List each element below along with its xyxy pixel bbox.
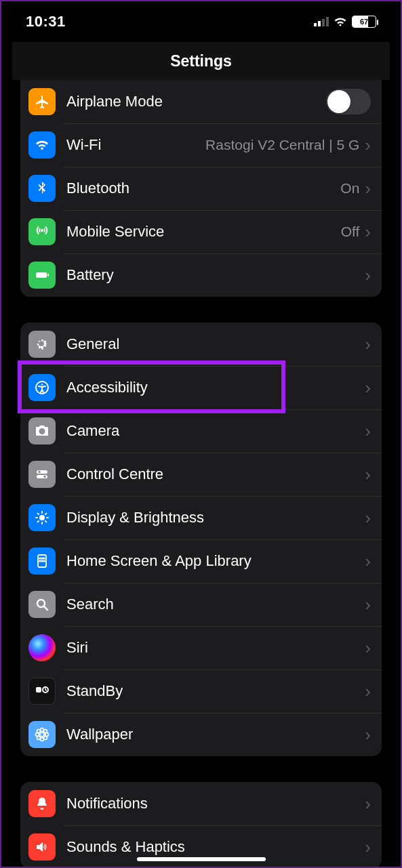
mobile-label: Mobile Service (66, 223, 164, 241)
chevron-icon: › (365, 180, 371, 197)
row-airplane-mode[interactable]: Airplane Mode (20, 80, 382, 123)
svg-point-31 (44, 737, 47, 740)
settings-group-alerts: Notifications › Sounds & Haptics › (20, 782, 382, 867)
row-control-centre[interactable]: Control Centre › (20, 453, 382, 496)
row-wallpaper[interactable]: Wallpaper › (20, 713, 382, 756)
svg-point-30 (37, 737, 41, 740)
svg-point-12 (39, 515, 45, 520)
sounds-label: Sounds & Haptics (66, 838, 185, 856)
search-label: Search (66, 596, 114, 613)
battery-icon (28, 262, 56, 289)
cellular-icon (314, 17, 329, 26)
settings-group-connectivity: Airplane Mode Wi-Fi Rastogi V2 Central |… (20, 80, 382, 297)
camera-icon (28, 417, 56, 445)
siri-label: Siri (66, 639, 88, 657)
svg-rect-5 (47, 274, 49, 276)
airplane-icon (28, 88, 56, 115)
control-centre-icon (28, 461, 56, 488)
general-label: General (66, 335, 119, 353)
camera-label: Camera (66, 422, 119, 440)
svg-point-17 (39, 560, 41, 562)
row-bluetooth[interactable]: Bluetooth On › (20, 167, 382, 210)
wallpaper-label: Wallpaper (66, 726, 133, 743)
sounds-icon (28, 833, 56, 861)
mobile-value: Off (341, 224, 360, 240)
chevron-icon: › (365, 136, 371, 154)
airplane-toggle[interactable] (326, 89, 371, 115)
svg-rect-0 (314, 23, 317, 26)
chevron-icon: › (365, 596, 371, 613)
svg-point-15 (41, 558, 43, 559)
bluetooth-label: Bluetooth (66, 180, 129, 197)
svg-point-28 (37, 730, 41, 733)
siri-icon (28, 634, 56, 661)
row-mobile-service[interactable]: Mobile Service Off › (20, 210, 382, 253)
svg-point-29 (44, 730, 47, 733)
svg-rect-4 (36, 272, 47, 278)
brightness-icon (28, 504, 56, 531)
svg-point-18 (41, 560, 43, 562)
page-title: Settings (12, 42, 390, 80)
chevron-icon: › (365, 726, 371, 743)
status-bar: 10:31 67 (12, 1, 390, 42)
svg-point-10 (38, 471, 41, 474)
accessibility-label: Accessibility (66, 379, 148, 396)
chevron-icon: › (365, 639, 371, 657)
row-wifi[interactable]: Wi-Fi Rastogi V2 Central | 5 G › (20, 123, 382, 167)
accessibility-icon (28, 374, 56, 401)
row-general[interactable]: General › (20, 323, 382, 366)
home-screen-icon (28, 547, 56, 575)
svg-point-19 (43, 560, 45, 562)
bluetooth-value: On (340, 180, 359, 197)
chevron-icon: › (365, 509, 371, 526)
svg-rect-1 (318, 21, 321, 26)
chevron-icon: › (365, 223, 371, 241)
standby-icon (28, 678, 56, 705)
battery-label: Battery (66, 266, 114, 284)
row-siri[interactable]: Siri › (20, 626, 382, 669)
svg-point-11 (43, 476, 46, 478)
chevron-icon: › (365, 335, 371, 353)
bluetooth-icon (28, 175, 56, 202)
airplane-label: Airplane Mode (66, 93, 163, 110)
row-accessibility[interactable]: Accessibility › (20, 366, 382, 409)
wifi-icon (333, 16, 348, 27)
svg-rect-21 (36, 687, 41, 693)
row-battery[interactable]: Battery › (20, 253, 382, 297)
svg-point-14 (39, 558, 41, 559)
status-time: 10:31 (26, 13, 66, 30)
svg-point-7 (41, 384, 43, 385)
svg-point-16 (43, 558, 45, 559)
wifi-value: Rastogi V2 Central | 5 G (205, 137, 359, 153)
svg-rect-2 (322, 19, 325, 26)
row-home-screen[interactable]: Home Screen & App Library › (20, 539, 382, 583)
chevron-icon: › (365, 552, 371, 570)
battery-indicator: 67 (352, 16, 376, 28)
chevron-icon: › (365, 466, 371, 483)
chevron-icon: › (365, 266, 371, 284)
row-camera[interactable]: Camera › (20, 409, 382, 453)
display-label: Display & Brightness (66, 509, 204, 526)
chevron-icon: › (365, 682, 371, 700)
notifications-label: Notifications (66, 795, 148, 812)
notifications-icon (28, 790, 56, 817)
wallpaper-icon (28, 721, 56, 748)
svg-rect-3 (326, 17, 329, 26)
row-standby[interactable]: StandBy › (20, 669, 382, 713)
row-notifications[interactable]: Notifications › (20, 782, 382, 825)
settings-group-general: General › Accessibility › Camera › Contr… (20, 323, 382, 756)
search-icon (28, 591, 56, 618)
chevron-icon: › (365, 795, 371, 812)
status-icons: 67 (314, 16, 376, 28)
standby-label: StandBy (66, 682, 123, 700)
row-display-brightness[interactable]: Display & Brightness › (20, 496, 382, 539)
chevron-icon: › (365, 422, 371, 440)
svg-point-23 (40, 732, 44, 737)
row-search[interactable]: Search › (20, 583, 382, 626)
chevron-icon: › (365, 379, 371, 396)
control-label: Control Centre (66, 466, 163, 483)
gear-icon (28, 331, 56, 358)
wifi-settings-icon (28, 131, 56, 159)
home-indicator[interactable] (137, 857, 266, 861)
home-label: Home Screen & App Library (66, 552, 252, 570)
